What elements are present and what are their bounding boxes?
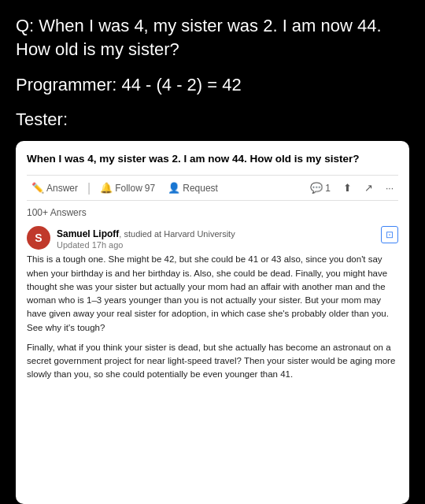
- plus-person-icon: 👤: [168, 182, 180, 194]
- upvote-icon: ⬆: [343, 182, 352, 194]
- more-label: ···: [386, 183, 394, 194]
- quora-card: When I was 4, my sister was 2. I am now …: [16, 141, 409, 504]
- bell-icon: 🔔: [100, 182, 113, 194]
- comment-icon: 💬: [310, 182, 323, 194]
- request-button[interactable]: 👤 Request: [163, 180, 223, 195]
- comment-button[interactable]: 💬 1: [305, 180, 335, 195]
- main-question: Q: When I was 4, my sister was 2. I am n…: [16, 14, 409, 61]
- more-button[interactable]: ···: [381, 181, 398, 195]
- page-container: Q: When I was 4, my sister was 2. I am n…: [0, 0, 425, 504]
- answer-label: Answer: [46, 183, 78, 194]
- follow-label: Follow: [115, 183, 142, 194]
- author-updated: Updated 17h ago: [57, 240, 375, 250]
- follow-button[interactable]: 🔔 Follow 97: [95, 180, 160, 195]
- upvote-button[interactable]: ⬆: [338, 180, 357, 195]
- share-icon: ↗: [364, 182, 373, 194]
- answer-body-2: Finally, what if you think your sister i…: [27, 341, 398, 382]
- follow-count: 97: [145, 183, 155, 194]
- sep1: |: [87, 181, 91, 195]
- answers-count: 100+ Answers: [27, 207, 398, 218]
- share-button[interactable]: ↗: [360, 180, 378, 195]
- card-question: When I was 4, my sister was 2. I am now …: [27, 152, 398, 167]
- author-name: Samuel Lipoff: [57, 228, 119, 239]
- answer-body-1: This is a tough one. She might be 42, bu…: [27, 253, 398, 335]
- pencil-icon: ✏️: [31, 182, 44, 194]
- author-info: Samuel Lipoff, studied at Harvard Univer…: [57, 226, 375, 250]
- answer-button[interactable]: ✏️ Answer: [27, 180, 83, 195]
- answer-block: S Samuel Lipoff, studied at Harvard Univ…: [27, 226, 398, 387]
- bookmark-icon: ⊡: [386, 229, 394, 240]
- answer-header: S Samuel Lipoff, studied at Harvard Univ…: [27, 226, 398, 250]
- comment-count: 1: [325, 183, 331, 194]
- author-cred: , studied at Harvard University: [119, 229, 235, 239]
- request-label: Request: [183, 183, 218, 194]
- programmer-answer: Programmer: 44 - (4 - 2) = 42: [16, 75, 409, 95]
- tester-label: Tester:: [16, 109, 409, 130]
- save-answer-icon[interactable]: ⊡: [381, 226, 398, 243]
- card-actions-bar: ✏️ Answer | 🔔 Follow 97 👤 Request 💬 1 ⬆: [27, 175, 398, 201]
- avatar: S: [27, 226, 50, 250]
